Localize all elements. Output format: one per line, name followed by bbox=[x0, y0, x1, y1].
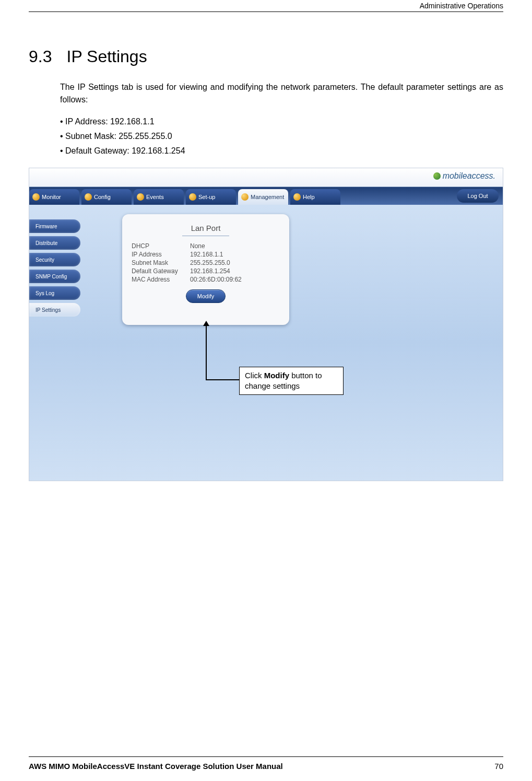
modify-button[interactable]: Modify bbox=[186, 289, 226, 303]
sidebar-item-label: Distribute bbox=[36, 240, 57, 246]
app-topbar: mobileaccess. bbox=[29, 168, 503, 187]
kv-key: Default Gateway bbox=[132, 267, 190, 275]
callout-arrow-horizontal bbox=[206, 379, 239, 380]
logout-label: Log Out bbox=[467, 193, 488, 199]
tab-events[interactable]: Events bbox=[134, 189, 184, 205]
sidebar-item-security[interactable]: Security bbox=[29, 253, 80, 266]
sidebar-item-sys-log[interactable]: Sys Log bbox=[29, 286, 80, 300]
tab-config[interactable]: Config bbox=[81, 189, 132, 205]
footer-manual-title: AWS MIMO MobileAccessVE Instant Coverage… bbox=[29, 762, 283, 771]
tab-label: Monitor bbox=[42, 194, 61, 200]
logout-button[interactable]: Log Out bbox=[457, 189, 499, 203]
footer-page-number: 70 bbox=[494, 762, 503, 771]
tab-label: Events bbox=[146, 194, 164, 200]
management-icon bbox=[241, 193, 249, 201]
kv-key: Subnet Mask bbox=[132, 259, 190, 266]
tab-label: Set-up bbox=[198, 194, 215, 200]
callout-arrow-vertical bbox=[206, 323, 207, 380]
sidebar-item-ip-settings[interactable]: IP Settings bbox=[29, 303, 80, 317]
top-nav-tabs: Monitor Config Events Set-up Management … bbox=[29, 187, 503, 205]
brand-dot-icon bbox=[433, 172, 441, 180]
panel-title-underline bbox=[182, 236, 229, 236]
monitor-icon bbox=[32, 193, 40, 201]
kv-key: DHCP bbox=[132, 242, 190, 250]
tab-label: Management bbox=[251, 194, 284, 200]
list-item: Default Gateway: 192.168.1.254 bbox=[60, 144, 503, 158]
tab-label: Help bbox=[303, 194, 315, 200]
kv-value: None bbox=[190, 242, 280, 250]
defaults-list: IP Address: 192.168.1.1 Subnet Mask: 255… bbox=[60, 114, 503, 158]
sidebar-item-label: Firmware bbox=[36, 224, 57, 229]
tab-management[interactable]: Management bbox=[238, 189, 288, 205]
panel-title: Lan Port bbox=[132, 224, 280, 232]
sidebar-item-label: Sys Log bbox=[36, 290, 54, 296]
sidebar-item-snmp-config[interactable]: SNMP Config bbox=[29, 270, 80, 283]
events-icon bbox=[137, 193, 144, 201]
kv-value: 192.168.1.254 bbox=[190, 267, 280, 275]
list-item: Subnet Mask: 255.255.255.0 bbox=[60, 129, 503, 144]
section-heading: 9.3 IP Settings bbox=[29, 47, 503, 66]
callout-pre: Click bbox=[245, 371, 264, 380]
rule-bottom bbox=[29, 756, 503, 757]
header-breadcrumb: Administrative Operations bbox=[420, 0, 503, 11]
modify-wrap: Modify bbox=[132, 289, 280, 303]
sidebar-item-firmware[interactable]: Firmware bbox=[29, 219, 80, 233]
lan-port-panel: Lan Port DHCPNone IP Address192.168.1.1 … bbox=[122, 214, 289, 325]
kv-value: 00:26:6D:00:09:62 bbox=[190, 276, 280, 283]
sidebar-item-label: Security bbox=[36, 257, 54, 263]
page-footer: AWS MIMO MobileAccessVE Instant Coverage… bbox=[29, 762, 503, 771]
config-icon bbox=[85, 193, 92, 201]
kv-key: MAC Address bbox=[132, 276, 190, 283]
intro-paragraph: The IP Settings tab is used for viewing … bbox=[60, 81, 503, 106]
modify-label: Modify bbox=[197, 293, 214, 299]
section-title: IP Settings bbox=[66, 47, 147, 66]
kv-value: 192.168.1.1 bbox=[190, 251, 280, 258]
callout-bold: Modify bbox=[264, 371, 289, 380]
tab-help[interactable]: Help bbox=[290, 189, 340, 205]
screenshot-figure: mobileaccess. Monitor Config Events Set-… bbox=[29, 168, 503, 481]
rule-top bbox=[29, 11, 503, 12]
app-body: Firmware Distribute Security SNMP Config… bbox=[29, 205, 503, 481]
sidebar-item-distribute[interactable]: Distribute bbox=[29, 236, 80, 250]
kv-key: IP Address bbox=[132, 251, 190, 258]
tab-monitor[interactable]: Monitor bbox=[29, 189, 79, 205]
panel-kv-grid: DHCPNone IP Address192.168.1.1 Subnet Ma… bbox=[132, 242, 280, 283]
brand-logo: mobileaccess. bbox=[433, 171, 495, 181]
setup-icon bbox=[189, 193, 196, 201]
list-item: IP Address: 192.168.1.1 bbox=[60, 114, 503, 129]
tab-setup[interactable]: Set-up bbox=[186, 189, 236, 205]
sidebar-item-label: IP Settings bbox=[36, 307, 61, 313]
sidebar-item-label: SNMP Config bbox=[36, 274, 67, 279]
help-icon bbox=[293, 193, 301, 201]
kv-value: 255.255.255.0 bbox=[190, 259, 280, 266]
tab-label: Config bbox=[94, 194, 111, 200]
sidebar-nav: Firmware Distribute Security SNMP Config… bbox=[29, 219, 80, 317]
brand-text: mobileaccess. bbox=[443, 171, 495, 180]
section-number: 9.3 bbox=[29, 47, 52, 66]
callout-box: Click Modify button to change settings bbox=[239, 367, 344, 395]
